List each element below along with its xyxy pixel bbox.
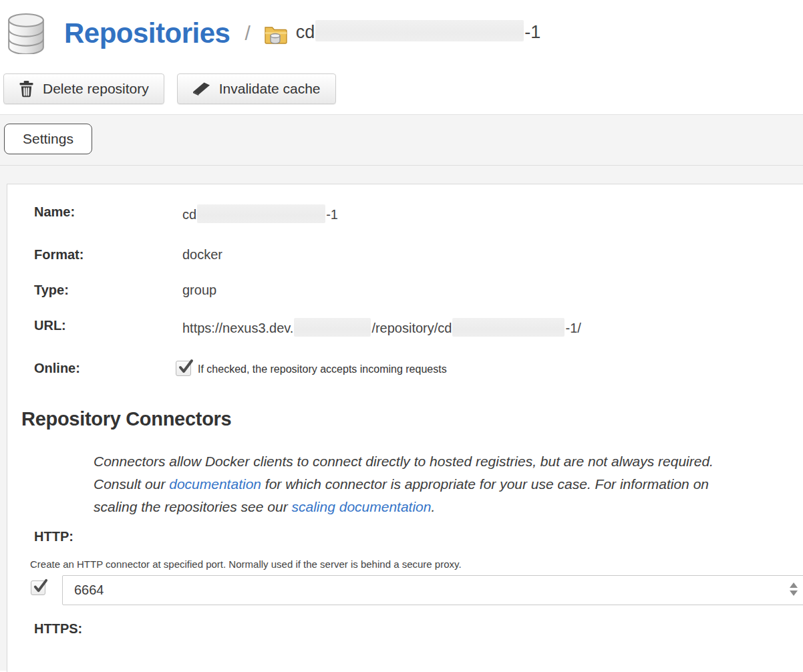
scaling-documentation-link[interactable]: scaling documentation [292, 499, 432, 514]
http-port-row [31, 575, 803, 605]
type-value: group [182, 283, 216, 298]
breadcrumb-separator: / [245, 22, 250, 45]
delete-repository-label: Delete repository [43, 81, 149, 97]
spinner-down-icon[interactable] [790, 591, 798, 596]
repo-toolbar: Delete repository Invalidate cache [0, 73, 803, 104]
name-label: Name: [34, 204, 182, 220]
http-help-text: Create an HTTP connector at specified po… [30, 558, 803, 570]
field-row-type: Type: group [34, 283, 803, 298]
page-header: Repositories / cd-1 [0, 0, 803, 57]
field-row-name: Name: cd-1 [34, 204, 803, 227]
trash-icon [19, 80, 34, 98]
settings-panel: Name: cd-1 Format: docker Type: group UR… [7, 184, 803, 672]
content-area: Name: cd-1 Format: docker Type: group UR… [0, 166, 803, 671]
eraser-icon [192, 81, 210, 96]
breadcrumb-repo-name: cd-1 [296, 20, 541, 47]
repository-connectors-heading: Repository Connectors [21, 408, 803, 430]
format-label: Format: [34, 247, 182, 263]
number-spinner[interactable] [790, 582, 798, 596]
intro-text-3: . [431, 499, 435, 514]
page-title: Repositories [64, 17, 230, 49]
online-checkbox[interactable] [176, 361, 191, 376]
url-label: URL: [34, 318, 182, 333]
documentation-link[interactable]: documentation [169, 476, 261, 492]
redacted-text [315, 20, 524, 41]
field-row-url: URL: https://nexus3.dev./repository/cd-1… [34, 318, 803, 341]
repository-folder-icon [264, 24, 288, 45]
online-help-text: If checked, the repository accepts incom… [198, 361, 447, 375]
tab-bar: Settings [0, 114, 803, 166]
https-label: HTTPS: [34, 621, 803, 637]
name-value-prefix: cd [182, 207, 196, 222]
spinner-up-icon[interactable] [790, 582, 798, 588]
redacted-text [294, 318, 371, 337]
http-port-input[interactable] [62, 575, 803, 605]
invalidate-cache-button[interactable]: Invalidate cache [177, 73, 336, 104]
repo-name-suffix: -1 [524, 22, 540, 42]
delete-repository-button[interactable]: Delete repository [3, 73, 164, 104]
format-value: docker [182, 247, 222, 263]
invalidate-cache-label: Invalidate cache [219, 81, 321, 97]
online-label: Online: [34, 361, 182, 376]
url-value: https://nexus3.dev./repository/cd-1/ [182, 318, 581, 341]
database-icon [7, 13, 45, 54]
connectors-intro: Connectors allow Docker clients to conne… [94, 450, 740, 518]
name-value: cd-1 [182, 204, 338, 227]
redacted-text [452, 318, 565, 337]
field-row-online: Online: If checked, the repository accep… [34, 361, 803, 376]
name-value-suffix: -1 [326, 207, 338, 222]
http-enabled-checkbox[interactable] [31, 580, 45, 595]
tab-settings[interactable]: Settings [4, 124, 92, 154]
checkmark-icon [177, 358, 194, 375]
field-row-format: Format: docker [34, 247, 803, 263]
redacted-text [197, 204, 325, 223]
url-part-1: https://nexus3.dev. [182, 321, 293, 335]
checkmark-icon [32, 578, 49, 595]
type-label: Type: [34, 283, 182, 298]
repo-name-prefix: cd [296, 22, 315, 42]
url-part-2: /repository/cd [371, 321, 452, 335]
url-part-3: -1/ [565, 321, 581, 335]
http-label: HTTP: [34, 529, 803, 544]
